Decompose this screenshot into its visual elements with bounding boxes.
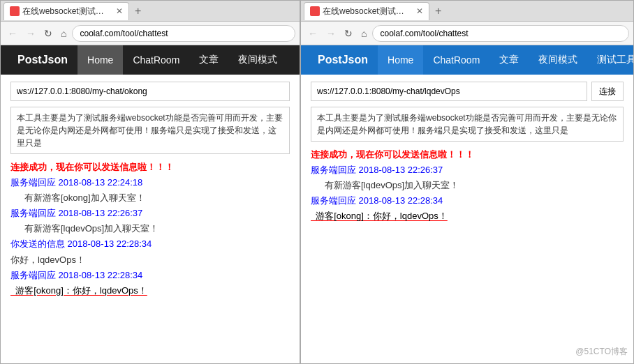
left-chat-messages: 连接成功，现在你可以发送信息啦！！！ 服务端回应 2018-08-13 22:2… — [10, 160, 290, 356]
right-reload-button[interactable]: ↻ — [341, 26, 355, 40]
left-msg-5: 你发送的信息 2018-08-13 22:28:34 — [10, 236, 290, 252]
left-home-button[interactable]: ⌂ — [58, 26, 69, 40]
left-address-bar: ← → ↻ ⌂ — [1, 22, 300, 45]
right-description-text: 本工具主要是为了测试服务端websocket功能是否完善可用而开发，主要是无论你… — [317, 113, 617, 135]
left-tab-title: 在线websocket测试在线... — [22, 6, 110, 17]
right-nav-item-tools[interactable]: 测试工具 — [587, 45, 634, 75]
left-nav-item-nightmode[interactable]: 夜间模式 — [228, 45, 287, 75]
left-msg-1: 服务端回应 2018-08-13 22:24:18 — [10, 175, 290, 190]
left-nav-brand[interactable]: PostJson — [8, 45, 78, 75]
right-new-tab-button[interactable]: + — [432, 5, 444, 17]
left-ws-input-row — [10, 82, 290, 101]
right-address-bar: ← → ↻ ⌂ — [301, 22, 633, 45]
right-msg-4: 游客[okong]：你好，lqdevOps！ — [311, 208, 624, 224]
right-connect-button[interactable]: 连接 — [591, 82, 624, 101]
left-content: 本工具主要是为了测试服务端websocket功能是否完善可用而开发，主要是无论你… — [1, 75, 300, 363]
left-description-text: 本工具主要是为了测试服务端websocket功能是否完善可用而开发，主要是无论你… — [17, 113, 283, 148]
right-nav-item-home[interactable]: Home — [378, 45, 423, 75]
right-msg-2: 有新游客[lqdevOps]加入聊天室！ — [311, 178, 624, 193]
left-nav-item-article[interactable]: 文章 — [189, 45, 228, 75]
left-forward-button[interactable]: → — [23, 26, 38, 40]
left-reload-button[interactable]: ↻ — [41, 26, 55, 40]
right-forward-button[interactable]: → — [323, 26, 339, 40]
left-address-input[interactable] — [72, 25, 295, 42]
left-tab[interactable]: 在线websocket测试在线... ✕ — [3, 2, 129, 20]
left-ws-url-input[interactable] — [10, 82, 290, 101]
left-new-tab-button[interactable]: + — [132, 5, 144, 17]
right-chat-messages: 连接成功，现在你可以发送信息啦！！！ 服务端回应 2018-08-13 22:2… — [311, 147, 624, 356]
left-back-button[interactable]: ← — [5, 26, 20, 40]
left-nav-item-home[interactable]: Home — [78, 45, 123, 75]
watermark: @51CTO博客 — [575, 346, 628, 358]
right-msg-3: 服务端回应 2018-08-13 22:28:34 — [311, 193, 624, 208]
right-tab[interactable]: 在线websocket测试在线... ✕ — [304, 2, 429, 20]
right-msg-1: 服务端回应 2018-08-13 22:26:37 — [311, 162, 624, 178]
left-msg-7: 服务端回应 2018-08-13 22:28:34 — [10, 268, 290, 283]
left-msg-6: 你好，lqdevOps！ — [10, 252, 290, 268]
right-address-input[interactable] — [372, 25, 629, 42]
right-nav-bar: PostJson Home ChatRoom 文章 夜间模式 测试工具 — [301, 45, 633, 75]
left-msg-2: 有新游客[okong]加入聊天室！ — [10, 190, 290, 206]
left-msg-8: 游客[okong]：你好，lqdevOps！ — [10, 283, 290, 298]
left-msg-0: 连接成功，现在你可以发送信息啦！！！ — [10, 160, 290, 175]
right-ws-input-row: 连接 — [311, 82, 624, 101]
right-nav-item-nightmode[interactable]: 夜间模式 — [529, 45, 587, 75]
right-browser-window: 在线websocket测试在线... ✕ + ← → ↻ ⌂ PostJson … — [300, 0, 634, 364]
right-description-box: 本工具主要是为了测试服务端websocket功能是否完善可用而开发，主要是无论你… — [311, 107, 624, 142]
left-msg-4: 有新游客[lqdevOps]加入聊天室！ — [10, 221, 290, 236]
right-tab-close-icon[interactable]: ✕ — [416, 6, 423, 16]
left-description-box: 本工具主要是为了测试服务端websocket功能是否完善可用而开发，主要是无论你… — [10, 107, 290, 154]
left-nav-item-chatroom[interactable]: ChatRoom — [123, 45, 189, 75]
left-browser-window: 在线websocket测试在线... ✕ + ← → ↻ ⌂ PostJson … — [0, 0, 300, 364]
left-msg-3: 服务端回应 2018-08-13 22:26:37 — [10, 206, 290, 221]
right-nav-brand[interactable]: PostJson — [308, 45, 378, 75]
right-back-button[interactable]: ← — [305, 26, 320, 40]
left-tab-close-icon[interactable]: ✕ — [116, 6, 123, 16]
left-tab-bar: 在线websocket测试在线... ✕ + — [1, 1, 300, 22]
right-nav-item-chatroom[interactable]: ChatRoom — [423, 45, 489, 75]
right-msg-0: 连接成功，现在你可以发送信息啦！！！ — [311, 147, 624, 162]
right-tab-bar: 在线websocket测试在线... ✕ + — [301, 1, 633, 22]
right-ws-url-input[interactable] — [311, 82, 587, 101]
right-home-button[interactable]: ⌂ — [358, 26, 369, 40]
right-content: 连接 本工具主要是为了测试服务端websocket功能是否完善可用而开发，主要是… — [301, 75, 633, 363]
right-tab-title: 在线websocket测试在线... — [323, 6, 411, 17]
right-tab-favicon — [310, 6, 320, 16]
left-nav-bar: PostJson Home ChatRoom 文章 夜间模式 — [1, 45, 300, 75]
left-tab-favicon — [10, 6, 20, 16]
right-nav-item-article[interactable]: 文章 — [489, 45, 529, 75]
